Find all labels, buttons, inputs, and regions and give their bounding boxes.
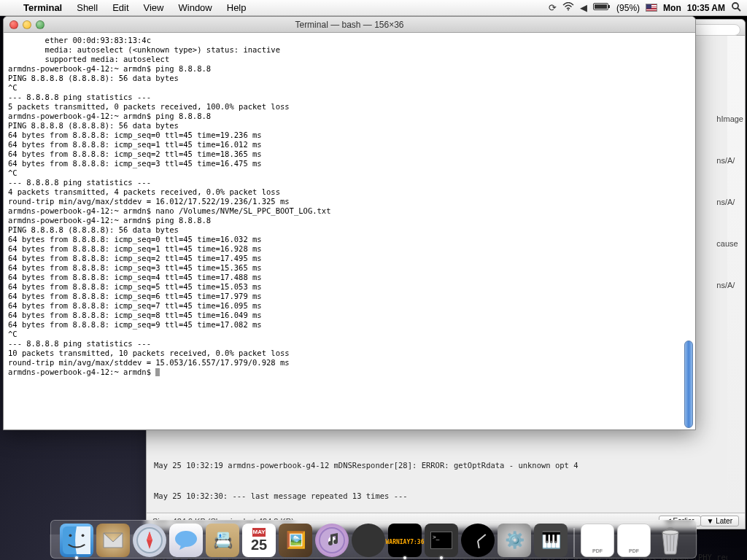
spotlight-icon[interactable] (731, 1, 741, 14)
terminal-line: --- 8.8.8.8 ping statistics --- (8, 93, 691, 102)
dock-dashboard[interactable] (352, 524, 385, 557)
terminal-line: 64 bytes from 8.8.8.8: icmp_seq=0 ttl=45… (8, 131, 691, 140)
menu-help[interactable]: Help (220, 2, 254, 13)
terminal-scrollbar[interactable] (684, 34, 694, 428)
terminal-titlebar[interactable]: Terminal — bash — 156×36 (4, 17, 695, 33)
menu-view[interactable]: View (136, 2, 171, 13)
terminal-line: 64 bytes from 8.8.8.8: icmp_seq=1 ttl=45… (8, 140, 691, 149)
terminal-title: Terminal — bash — 156×36 (4, 20, 695, 30)
scroll-thumb[interactable] (684, 341, 693, 428)
dock-separator (573, 528, 575, 557)
battery-icon[interactable] (593, 2, 611, 13)
terminal-line: --- 8.8.8.8 ping statistics --- (8, 339, 691, 349)
terminal-line: supported media: autoselect (8, 55, 691, 64)
dock-safari[interactable] (133, 524, 166, 557)
dock-ichat[interactable] (169, 524, 203, 557)
terminal-content[interactable]: ether 00:0d:93:83:13:4c media: autoselec… (4, 33, 695, 429)
menu-app[interactable]: Terminal (16, 2, 69, 13)
dock-timemachine[interactable] (461, 524, 495, 557)
terminal-line: 64 bytes from 8.8.8.8: icmp_seq=2 ttl=45… (8, 254, 691, 263)
dock-document-2[interactable]: PDF (617, 524, 651, 557)
terminal-line: ^C (8, 83, 691, 93)
terminal-line: ^C (8, 330, 691, 339)
terminal-line: PING 8.8.8.8 (8.8.8.8): 56 data bytes (8, 121, 691, 131)
battery-text: (95%) (616, 3, 640, 13)
terminal-line: armdns-powerbook-g4-12:~ armdn$ ping 8.8… (8, 112, 691, 121)
terminal-line: media: autoselect (<unknown type>) statu… (8, 45, 691, 55)
terminal-line: 4 packets transmitted, 4 packets receive… (8, 187, 691, 197)
dock-ical[interactable]: MAY 25 (242, 524, 276, 557)
menubar: Terminal Shell Edit View Window Help ⟳ ◀… (0, 0, 747, 16)
svg-point-17 (662, 530, 678, 534)
svg-rect-3 (595, 4, 607, 9)
terminal-line: 64 bytes from 8.8.8.8: icmp_seq=6 ttl=45… (8, 292, 691, 301)
console-side-labels: hImage ns/A/ ns/A/ cause ns/A/ (716, 114, 743, 322)
dock-itunes[interactable] (315, 524, 349, 557)
terminal-line: 64 bytes from 8.8.8.8: icmp_seq=4 ttl=45… (8, 273, 691, 282)
terminal-window[interactable]: Terminal — bash — 156×36 ether 00:0d:93:… (3, 16, 696, 430)
terminal-line: 64 bytes from 8.8.8.8: icmp_seq=1 ttl=45… (8, 244, 691, 254)
terminal-line: armdns-powerbook-g4-12:~ armdn$ ping 8.8… (8, 64, 691, 74)
svg-line-5 (738, 8, 740, 11)
terminal-line: 64 bytes from 8.8.8.8: icmp_seq=2 ttl=45… (8, 149, 691, 159)
dock-preview[interactable]: 🖼️ (279, 524, 312, 557)
later-button[interactable]: ▼ Later (700, 516, 739, 526)
svg-point-0 (568, 9, 569, 11)
svg-marker-13 (179, 545, 187, 550)
input-flag-icon[interactable] (646, 4, 657, 12)
dock-addressbook[interactable]: 📇 (206, 524, 239, 557)
dock-terminal[interactable]: >_ (425, 524, 458, 557)
svg-point-12 (175, 531, 197, 547)
volume-icon[interactable]: ◀ (580, 2, 587, 13)
terminal-line: armdns-powerbook-g4-12:~ armdn$ nano /Vo… (8, 206, 691, 216)
terminal-line: PING 8.8.8.8 (8.8.8.8): 56 data bytes (8, 225, 691, 235)
terminal-line: round-trip min/avg/max/stddev = 16.012/1… (8, 197, 691, 206)
wifi-icon[interactable] (562, 2, 574, 13)
terminal-line: 64 bytes from 8.8.8.8: icmp_seq=0 ttl=45… (8, 235, 691, 244)
terminal-line: PING 8.8.8.8 (8.8.8.8): 56 data bytes (8, 74, 691, 83)
dock: 📇 MAY 25 🖼️ WARNIAY7:36 >_ ⚙️ 🎹 PDF PDF (50, 520, 697, 559)
svg-point-7 (69, 534, 72, 537)
dock-geektool[interactable]: WARNIAY7:36 (388, 524, 422, 557)
svg-point-8 (82, 534, 85, 537)
clock-day[interactable]: Mon (663, 3, 681, 13)
terminal-line: --- 8.8.8.8 ping statistics --- (8, 178, 691, 187)
terminal-line: 5 packets transmitted, 0 packets receive… (8, 102, 691, 112)
terminal-line: 64 bytes from 8.8.8.8: icmp_seq=3 ttl=45… (8, 263, 691, 273)
terminal-line: armdns-powerbook-g4-12:~ armdn$ (8, 368, 691, 377)
menu-shell[interactable]: Shell (69, 2, 105, 13)
time-machine-icon[interactable]: ⟳ (549, 2, 557, 13)
terminal-line: 64 bytes from 8.8.8.8: icmp_seq=5 ttl=45… (8, 282, 691, 292)
svg-rect-2 (608, 5, 610, 8)
terminal-line: 64 bytes from 8.8.8.8: icmp_seq=7 ttl=45… (8, 301, 691, 311)
svg-point-4 (732, 3, 738, 9)
dock-document-1[interactable]: PDF (581, 524, 614, 557)
dock-mail[interactable] (96, 524, 130, 557)
terminal-line: 10 packets transmitted, 10 packets recei… (8, 349, 691, 358)
terminal-line: 64 bytes from 8.8.8.8: icmp_seq=9 ttl=45… (8, 320, 691, 330)
clock-time[interactable]: 10:35 AM (687, 3, 725, 13)
dock-finder[interactable] (60, 524, 93, 557)
terminal-line: round-trip min/avg/max/stddev = 15.053/1… (8, 358, 691, 368)
dock-audiomidi[interactable]: 🎹 (534, 524, 568, 557)
terminal-line: 64 bytes from 8.8.8.8: icmp_seq=3 ttl=45… (8, 159, 691, 168)
terminal-line: armdns-powerbook-g4-12:~ armdn$ ping 8.8… (8, 216, 691, 225)
menu-edit[interactable]: Edit (105, 2, 136, 13)
terminal-line: ^C (8, 168, 691, 178)
terminal-line: ether 00:0d:93:83:13:4c (8, 36, 691, 45)
dock-sysprefs[interactable]: ⚙️ (498, 524, 531, 557)
menu-window[interactable]: Window (171, 2, 220, 13)
terminal-line: 64 bytes from 8.8.8.8: icmp_seq=8 ttl=45… (8, 311, 691, 320)
dock-trash[interactable] (654, 524, 687, 557)
